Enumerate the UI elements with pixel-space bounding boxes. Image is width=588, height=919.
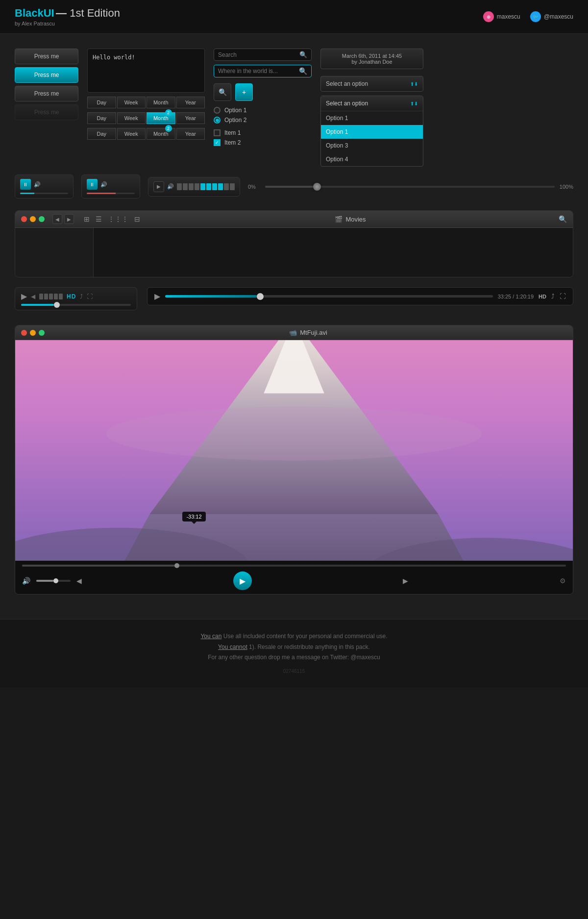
search-field[interactable]: 🔍 [214,49,312,61]
volume-icon-1[interactable]: 🔊 [34,181,41,188]
where-search-field[interactable]: 🔍 [214,65,312,77]
date-week-2[interactable]: Week [117,112,146,124]
checkbox-options: Item 1 ✓ Item 2 [214,129,312,146]
hello-world-textarea[interactable]: Hello world! [87,49,205,93]
hplayer-fill [21,304,54,306]
date-day-2[interactable]: Day [87,112,116,124]
slider-track[interactable] [265,186,555,188]
add-icon-btn[interactable]: + [235,83,253,101]
video-title-icon: 📹 [289,329,297,336]
pause-button-2[interactable]: ⏸ [87,179,98,190]
seg-3 [189,183,194,190]
video-volume-thumb[interactable] [53,578,58,583]
lp-progress-track[interactable] [165,295,493,298]
video-window-dots [21,330,45,336]
radio-option-1[interactable]: Option 1 [214,107,312,114]
radio-options: Option 1 Option 2 [214,107,312,124]
video-settings-icon[interactable]: ⚙ [560,577,566,585]
dropdown-item-3[interactable]: Option 3 [321,139,423,152]
date-year-2[interactable]: Year [176,112,205,124]
video-volume-icon[interactable]: 🔊 [22,577,30,585]
hplayer-prev-btn[interactable]: ◀ [31,293,35,300]
checkbox-item-1[interactable]: Item 1 [214,129,312,136]
checkbox-item-2[interactable]: ✓ Item 2 [214,139,312,146]
date-day-1[interactable]: Day [87,97,116,108]
app-title: BlackUI — 1st Edition [15,7,120,20]
date-info-line2: by Jonathan Doe [327,59,417,65]
small-player-left: ▶ ◀ HD ⤴ ⛶ [15,287,137,315]
nav-back-btn[interactable]: ◀ [52,214,62,224]
video-play-button[interactable]: ▶ [233,571,252,590]
video-progress-track[interactable] [22,565,566,567]
date-month-3[interactable]: Month 2 [147,128,175,140]
mini-player-1: ⏸ 🔊 [15,174,74,199]
video-time-tooltip: -33:12 [182,512,205,522]
search-icon-btn[interactable]: 🔍 [214,83,231,101]
maximize-dot[interactable] [39,216,45,222]
hd-badge: HD [67,293,76,300]
dropdown-item-2-active[interactable]: Option 1 [321,125,423,139]
video-minimize-dot[interactable] [30,330,36,336]
hplayer-thumb[interactable] [54,302,60,308]
press-me-button-2[interactable]: Press me [15,67,78,83]
dropdown-open-arrow-icon: ⬆⬇ [410,101,418,106]
lp-share-icon[interactable]: ⤴ [551,293,555,300]
hplayer-progress[interactable] [21,304,131,306]
lp-play-btn[interactable]: ▶ [154,292,160,301]
seg-9 [224,183,229,190]
date-month-2[interactable]: Month 2 [147,112,175,124]
press-me-button-1[interactable]: Press me [15,49,78,64]
dropdown-open: Select an option ⬆⬇ Option 1 Option 1 Op… [320,96,423,167]
dropdown-open-header[interactable]: Select an option ⬆⬇ [321,96,423,111]
player-3-controls: ▶ 🔊 [153,181,235,192]
player-2-controls: ⏸ 🔊 [87,179,135,190]
date-week-3[interactable]: Week [117,128,146,140]
date-year-1[interactable]: Year [176,97,205,108]
date-day-3[interactable]: Day [87,128,116,140]
fullscreen-icon[interactable]: ⛶ [87,293,93,300]
press-me-button-3[interactable]: Press me [15,86,78,101]
seg-6 [206,183,211,190]
video-close-dot[interactable] [21,330,27,336]
date-year-3[interactable]: Year [176,128,205,140]
finder-search-btn[interactable]: 🔍 [559,215,567,223]
pause-button-1[interactable]: ⏸ [20,179,31,190]
social-twitter[interactable]: 🐦 @maxescu [530,11,573,22]
date-week-1[interactable]: Week [117,97,146,108]
dropdown-item-1[interactable]: Option 1 [321,111,423,125]
radio-label-1: Option 1 [224,107,246,114]
slider-max-label: 100% [560,184,573,190]
coverflow-view-btn[interactable]: ⊟ [132,214,142,224]
finder-main-panel [94,228,573,277]
list-view-btn[interactable]: ☰ [94,214,104,224]
share-icon[interactable]: ⤴ [80,293,83,300]
lp-fullscreen-icon[interactable]: ⛶ [560,293,566,300]
columns-view-btn[interactable]: ⋮⋮⋮ [106,214,130,224]
video-maximize-dot[interactable] [39,330,45,336]
hplayer-play-btn[interactable]: ▶ [21,292,27,301]
lp-hd-badge: HD [539,294,546,299]
social-dribbble[interactable]: ⊕ maxescu [483,11,520,22]
slider-min-label: 0% [248,184,260,190]
slider-thumb[interactable] [313,183,321,191]
dropdown-item-4[interactable]: Option 4 [321,152,423,166]
minimize-dot[interactable] [30,216,36,222]
video-progress-thumb[interactable] [174,563,179,568]
close-dot[interactable] [21,216,27,222]
radio-option-2[interactable]: Option 2 [214,117,312,124]
where-input[interactable] [218,68,296,75]
header-subtitle: by Alex Patrascu [15,21,120,26]
lp-progress-thumb[interactable] [257,293,264,300]
date-month-1[interactable]: Month [147,97,175,108]
video-prev-btn[interactable]: ◀ [76,577,82,585]
volume-icon-3[interactable]: 🔊 [167,183,174,190]
video-volume-track[interactable] [36,580,71,582]
video-next-btn[interactable]: ▶ [403,577,408,585]
volume-icon-2[interactable]: 🔊 [100,181,107,188]
dropdown-collapsed[interactable]: Select an option ⬆⬇ [320,76,423,92]
seg-8 [218,183,223,190]
play-button-3[interactable]: ▶ [153,181,164,192]
nav-forward-btn[interactable]: ▶ [64,214,74,224]
search-input[interactable] [218,51,296,58]
grid-view-btn[interactable]: ⊞ [82,214,92,224]
